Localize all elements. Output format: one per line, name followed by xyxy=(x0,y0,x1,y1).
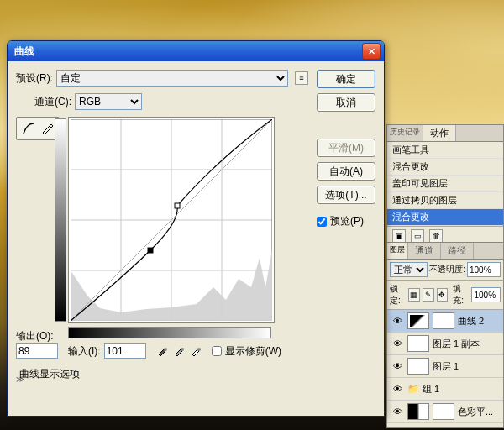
output-label: 输出(O): xyxy=(16,329,63,343)
new-snapshot-icon[interactable]: ▣ xyxy=(392,229,406,243)
lock-label: 锁定: xyxy=(390,283,406,307)
svg-point-9 xyxy=(164,348,167,351)
cancel-button[interactable]: 取消 xyxy=(317,93,375,112)
eyedropper-white-icon[interactable] xyxy=(190,345,202,357)
visibility-icon[interactable]: 👁 xyxy=(391,316,404,326)
smooth-button: 平滑(M) xyxy=(317,139,375,157)
folder-icon: 📁 xyxy=(407,384,419,395)
layer-row[interactable]: 👁 曲线 2 xyxy=(387,310,503,333)
curves-dialog: 曲线 ✕ 预设(R): 自定 ≡ 通道(C): RGB xyxy=(7,40,385,417)
layers-panel: 图层 通道 路径 正常 不透明度: 100% 锁定: ▦ ✎ ✥ 填充: 100… xyxy=(386,242,504,428)
preset-menu-icon[interactable]: ≡ xyxy=(295,71,308,85)
history-item[interactable]: 混合更改 xyxy=(387,159,503,176)
preset-label: 预设(R): xyxy=(16,71,53,86)
history-item[interactable]: 画笔工具 xyxy=(387,142,503,159)
history-item[interactable]: 通过拷贝的图层 xyxy=(387,192,503,209)
show-clipping-checkbox[interactable]: 显示修剪(W) xyxy=(212,344,281,359)
layer-name: 色彩平... xyxy=(458,406,493,418)
layer-row[interactable]: 👁 图层 1 副本 xyxy=(387,333,503,355)
history-panel: 历史记录 动作 画笔工具 混合更改 盖印可见图层 通过拷贝的图层 混合更改 ▣ … xyxy=(386,124,504,246)
history-list[interactable]: 画笔工具 混合更改 盖印可见图层 通过拷贝的图层 混合更改 xyxy=(387,142,503,226)
opacity-label: 不透明度: xyxy=(429,264,465,275)
curve-point[interactable] xyxy=(175,203,180,208)
lock-brush-icon[interactable]: ✎ xyxy=(423,288,434,302)
layer-thumb[interactable] xyxy=(407,335,429,352)
input-gradient xyxy=(68,327,271,338)
visibility-icon[interactable]: 👁 xyxy=(391,361,404,371)
channel-label: 通道(C): xyxy=(34,95,71,109)
tab-channels[interactable]: 通道 xyxy=(408,243,441,259)
history-item[interactable]: 盖印可见图层 xyxy=(387,176,503,192)
eyedroppers xyxy=(156,345,202,357)
visibility-icon[interactable]: 👁 xyxy=(391,406,404,417)
channel-select[interactable]: RGB xyxy=(75,93,142,110)
layer-row[interactable]: 👁 📁 组 1 xyxy=(387,378,503,401)
layer-row[interactable]: 👁 色彩平... xyxy=(387,401,503,423)
visibility-icon[interactable]: 👁 xyxy=(391,338,404,349)
close-button[interactable]: ✕ xyxy=(362,43,381,60)
layer-thumb[interactable] xyxy=(407,312,429,329)
output-field[interactable] xyxy=(16,343,58,359)
options-button[interactable]: 选项(T)... xyxy=(317,186,375,204)
layers-list: 👁 曲线 2 👁 图层 1 副本 👁 图层 1 👁 📁 组 1 👁 色彩平... xyxy=(387,310,503,423)
svg-point-10 xyxy=(181,348,184,351)
curve-point-selected[interactable] xyxy=(148,248,153,253)
curve-graph[interactable]: 输入(I): 显示修剪(W) xyxy=(68,117,281,359)
preview-checkbox[interactable]: 预览(P) xyxy=(317,214,375,228)
eyedropper-black-icon[interactable] xyxy=(156,345,168,357)
lock-move-icon[interactable]: ✥ xyxy=(437,288,449,302)
curve-pencil-tool[interactable] xyxy=(39,120,55,137)
output-gradient xyxy=(55,118,66,322)
curve-toolbox xyxy=(16,117,60,140)
layer-row[interactable]: 👁 图层 1 xyxy=(387,355,503,378)
mask-thumb[interactable] xyxy=(433,403,454,420)
history-item-selected[interactable]: 混合更改 xyxy=(387,209,503,226)
opacity-field[interactable]: 100% xyxy=(467,262,501,277)
svg-point-11 xyxy=(197,348,201,351)
input-label: 输入(I): xyxy=(68,344,101,359)
tab-layers[interactable]: 图层 xyxy=(387,243,408,259)
ok-button[interactable]: 确定 xyxy=(317,70,375,88)
visibility-icon[interactable]: 👁 xyxy=(391,384,404,394)
dialog-title: 曲线 xyxy=(11,45,362,59)
titlebar[interactable]: 曲线 ✕ xyxy=(8,41,384,61)
layer-name: 曲线 2 xyxy=(458,315,484,328)
curve-display-options-toggle[interactable]: ≫ 曲线显示选项 xyxy=(16,367,375,381)
eyedropper-gray-icon[interactable] xyxy=(173,345,185,357)
tab-paths[interactable]: 路径 xyxy=(441,243,474,259)
layer-thumb[interactable] xyxy=(407,403,429,420)
layer-name: 图层 1 副本 xyxy=(433,338,480,350)
preset-select[interactable]: 自定 xyxy=(56,70,288,87)
blend-mode-select[interactable]: 正常 xyxy=(390,262,428,277)
layer-name: 组 1 xyxy=(423,383,439,396)
mask-thumb[interactable] xyxy=(433,312,454,329)
fill-field[interactable]: 100% xyxy=(471,287,501,302)
lock-pixels-icon[interactable]: ▦ xyxy=(408,288,420,302)
tab-actions[interactable]: 动作 xyxy=(423,125,456,141)
auto-button[interactable]: 自动(A) xyxy=(317,162,375,181)
fill-label: 填充: xyxy=(453,283,469,307)
trash-icon[interactable]: 🗑 xyxy=(429,229,443,243)
tab-history[interactable]: 历史记录 xyxy=(387,125,423,141)
layer-thumb[interactable] xyxy=(407,358,429,375)
input-field[interactable] xyxy=(104,343,146,359)
new-doc-icon[interactable]: ▭ xyxy=(411,229,424,243)
layer-name: 图层 1 xyxy=(433,360,459,373)
curve-point-tool[interactable] xyxy=(20,120,37,137)
